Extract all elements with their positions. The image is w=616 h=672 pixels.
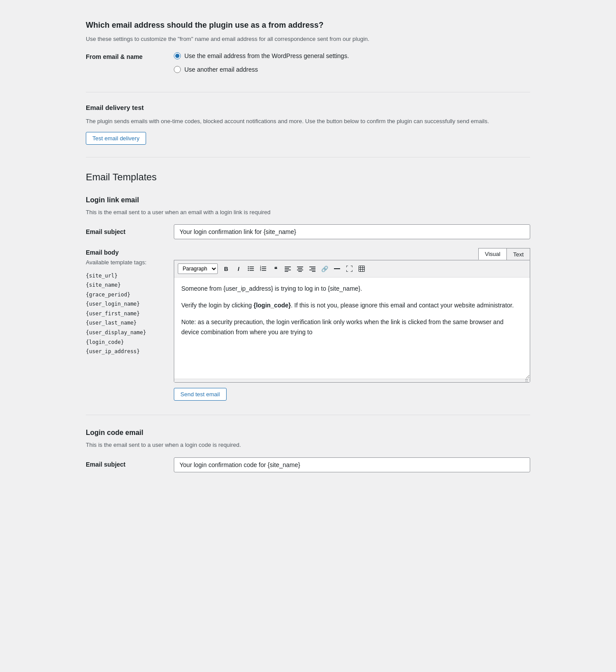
radio-custom[interactable] (174, 66, 181, 73)
test-email-delivery-button[interactable]: Test email delivery (86, 132, 146, 145)
tag-login-code: {login_code} (86, 338, 165, 347)
svg-rect-18 (297, 270, 303, 270)
radio-custom-text: Use another email address (184, 65, 258, 74)
svg-rect-6 (262, 267, 266, 267)
svg-point-5 (248, 270, 249, 271)
unordered-list-button[interactable] (245, 263, 257, 274)
radio-wp-default[interactable] (174, 52, 181, 59)
login-code-email-title: Login code email (86, 427, 530, 438)
send-test-email-button[interactable]: Send test email (174, 388, 227, 401)
editor-wrapper: Visual Text Paragraph Heading 1 Heading … (174, 248, 530, 401)
from-email-section: Which email address should the plugin us… (86, 11, 530, 92)
body-para-3: Note: as a security precaution, the logi… (181, 317, 523, 338)
paragraph-select[interactable]: Paragraph Heading 1 Heading 2 (178, 263, 218, 274)
login-link-email-desc: This is the email sent to a user when an… (86, 208, 530, 217)
align-center-button[interactable] (294, 263, 306, 274)
delivery-test-section: Email delivery test The plugin sends ema… (86, 92, 530, 157)
svg-rect-22 (309, 270, 315, 270)
svg-rect-25 (359, 266, 365, 272)
from-email-desc: Use these settings to customize the "fro… (86, 35, 530, 44)
editor-toolbar: Paragraph Heading 1 Heading 2 B I 123 (174, 260, 530, 278)
align-right-button[interactable] (307, 263, 318, 274)
tag-site-name: {site_name} (86, 281, 165, 290)
template-tags: {site_url} {site_name} {grace_period} {u… (86, 271, 165, 357)
svg-rect-15 (285, 271, 288, 272)
table-button[interactable] (356, 263, 367, 274)
login-link-email-block: Login link email This is the email sent … (86, 195, 530, 401)
tag-user-display-name: {user_display_name} (86, 328, 165, 338)
blockquote-button[interactable]: ❝ (270, 263, 281, 274)
login-link-subject-row: Email subject (86, 224, 530, 239)
tag-user-login-name: {user_login_name} (86, 299, 165, 309)
tag-site-url: {site_url} (86, 271, 165, 281)
editor-resize-handle[interactable]: ⠿ (174, 379, 530, 382)
tag-user-ip-address: {user_ip_address} (86, 347, 165, 357)
svg-text:3: 3 (260, 269, 261, 271)
login-code-subject-input[interactable] (174, 457, 530, 472)
from-email-label: From email & name (86, 51, 174, 62)
link-button[interactable]: 🔗 (319, 263, 330, 274)
login-link-email-title: Login link email (86, 195, 530, 205)
tab-text[interactable]: Text (506, 248, 530, 260)
svg-rect-2 (249, 270, 254, 271)
svg-rect-24 (334, 268, 340, 269)
svg-rect-16 (297, 267, 303, 267)
svg-rect-8 (262, 270, 266, 271)
svg-rect-20 (309, 267, 315, 267)
svg-rect-23 (312, 271, 315, 272)
body-label: Email body (86, 248, 165, 257)
email-templates-section: Email Templates Login link email This is… (86, 157, 530, 494)
template-divider (86, 415, 530, 415)
login-link-subject-input[interactable] (174, 224, 530, 239)
delivery-test-title: Email delivery test (86, 103, 530, 113)
svg-rect-14 (285, 270, 291, 270)
body-para-2: Verify the login by clicking {login_code… (181, 300, 523, 311)
login-code-email-desc: This is the email sent to a user when a … (86, 441, 530, 449)
svg-rect-7 (262, 268, 266, 269)
svg-rect-0 (249, 267, 254, 267)
login-code-subject-label: Email subject (86, 460, 174, 469)
svg-point-3 (248, 267, 249, 267)
login-link-subject-label: Email subject (86, 227, 174, 237)
radio-wp-default-text: Use the email address from the WordPress… (184, 51, 349, 61)
svg-rect-21 (311, 268, 315, 269)
editor-tabs: Visual Text (174, 248, 530, 260)
fullscreen-button[interactable] (344, 263, 355, 274)
radio-custom-label[interactable]: Use another email address (174, 65, 349, 74)
editor-body[interactable]: Someone from {user_ip_address} is trying… (174, 278, 530, 379)
resize-icon: ⠿ (525, 379, 528, 383)
delivery-test-desc: The plugin sends emails with one-time co… (86, 117, 530, 126)
svg-rect-12 (285, 267, 291, 267)
from-email-title: Which email address should the plugin us… (86, 19, 530, 31)
login-link-body-section: Email body Available template tags: {sit… (86, 248, 530, 401)
login-code-email-block: Login code email This is the email sent … (86, 427, 530, 494)
svg-rect-13 (285, 268, 289, 269)
editor-container: Paragraph Heading 1 Heading 2 B I 123 (174, 260, 530, 383)
email-templates-main-title: Email Templates (86, 170, 530, 184)
horizontal-rule-button[interactable] (331, 263, 343, 274)
tag-user-last-name: {user_last_name} (86, 318, 165, 328)
svg-point-4 (248, 268, 249, 269)
from-email-field-row: From email & name Use the email address … (86, 51, 530, 74)
tag-grace-period: {grace_period} (86, 290, 165, 300)
svg-rect-17 (298, 268, 302, 269)
bold-button[interactable]: B (220, 263, 232, 274)
ordered-list-button[interactable]: 123 (257, 263, 269, 274)
login-code-subject-row: Email subject (86, 457, 530, 472)
svg-rect-1 (249, 268, 254, 269)
page-wrapper: Which email address should the plugin us… (77, 0, 539, 519)
body-subtitle: Available template tags: (86, 258, 165, 267)
radio-wp-default-label[interactable]: Use the email address from the WordPress… (174, 51, 349, 61)
align-left-button[interactable] (282, 263, 293, 274)
tab-visual[interactable]: Visual (478, 248, 506, 260)
svg-rect-19 (298, 271, 302, 272)
italic-button[interactable]: I (233, 263, 244, 274)
body-sidebar: Email body Available template tags: {sit… (86, 248, 165, 357)
body-para-1: Someone from {user_ip_address} is trying… (181, 284, 523, 294)
tag-user-first-name: {user_first_name} (86, 309, 165, 319)
radio-group: Use the email address from the WordPress… (174, 51, 349, 74)
